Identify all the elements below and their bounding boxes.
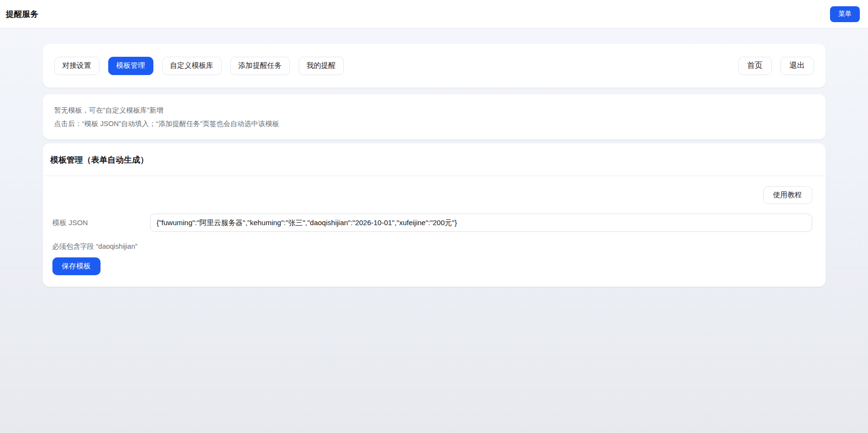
main-container: 对接设置 模板管理 自定义模板库 添加提醒任务 我的提醒 首页 退出 暂无模板，… <box>43 44 826 287</box>
notice-card: 暂无模板，可在“自定义模板库”新增 点击后：“模板 JSON”自动填入；“添加提… <box>43 94 826 140</box>
template-json-input[interactable] <box>150 214 812 232</box>
template-json-field-row: 模板 JSON <box>52 214 812 232</box>
notice-line-2: 点击后：“模板 JSON”自动填入；“添加提醒任务”页签也会自动选中该模板 <box>54 117 814 130</box>
notice-line-1: 暂无模板，可在“自定义模板库”新增 <box>54 103 814 117</box>
page-title: 提醒服务 <box>6 9 38 20</box>
tab-template-management[interactable]: 模板管理 <box>108 57 153 75</box>
template-card-header: 模板管理（表单自动生成） <box>43 143 826 176</box>
nav-right-group: 首页 退出 <box>738 57 814 75</box>
template-card-body: 使用教程 模板 JSON 必须包含字段 “daoqishijian” 保存模板 <box>43 176 826 275</box>
required-field-hint: 必须包含字段 “daoqishijian” <box>52 242 812 251</box>
tab-custom-template-library[interactable]: 自定义模板库 <box>162 57 222 75</box>
save-template-button[interactable]: 保存模板 <box>52 257 101 275</box>
exit-button[interactable]: 退出 <box>780 57 814 75</box>
menu-button[interactable]: 菜单 <box>830 6 860 22</box>
tabs-group: 对接设置 模板管理 自定义模板库 添加提醒任务 我的提醒 <box>54 57 344 75</box>
template-json-label: 模板 JSON <box>52 218 150 228</box>
tab-connection-settings[interactable]: 对接设置 <box>54 57 100 75</box>
tutorial-row: 使用教程 <box>52 186 812 204</box>
home-button[interactable]: 首页 <box>738 57 772 75</box>
tabs-card: 对接设置 模板管理 自定义模板库 添加提醒任务 我的提醒 首页 退出 <box>43 44 826 88</box>
app-header: 提醒服务 菜单 <box>0 0 868 28</box>
template-management-card: 模板管理（表单自动生成） 使用教程 模板 JSON 必须包含字段 “daoqis… <box>43 143 826 287</box>
tutorial-button[interactable]: 使用教程 <box>763 186 812 204</box>
section-title: 模板管理（表单自动生成） <box>50 154 818 166</box>
tab-my-reminders[interactable]: 我的提醒 <box>299 57 344 75</box>
tab-add-reminder-task[interactable]: 添加提醒任务 <box>230 57 290 75</box>
